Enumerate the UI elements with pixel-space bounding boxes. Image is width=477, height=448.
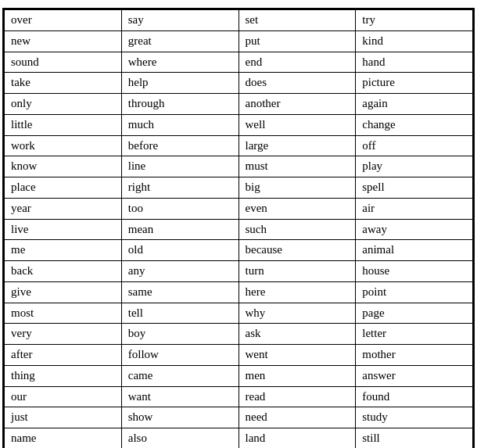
word-cell: our	[5, 386, 122, 407]
word-cell: very	[5, 324, 122, 345]
word-cell: just	[5, 407, 122, 428]
word-cell: again	[356, 94, 473, 115]
word-cell: new	[5, 30, 122, 52]
word-cell: me	[5, 240, 122, 261]
word-cell: follow	[121, 345, 238, 366]
word-cell: sound	[5, 52, 122, 73]
word-cell: show	[121, 407, 238, 428]
word-cell: too	[121, 198, 238, 219]
word-cell: where	[121, 52, 238, 73]
word-cell: change	[356, 114, 473, 135]
word-cell: old	[121, 240, 238, 261]
word-cell: take	[5, 73, 122, 94]
word-cell: must	[238, 156, 356, 177]
word-cell: still	[356, 428, 473, 449]
word-cell: back	[5, 261, 122, 282]
word-cell: spell	[356, 177, 473, 199]
word-cell: same	[121, 281, 238, 303]
word-cell: mother	[356, 345, 473, 366]
word-cell: after	[5, 345, 122, 366]
word-cell: found	[356, 386, 473, 407]
word-cell: name	[5, 428, 122, 449]
word-cell: large	[238, 135, 356, 156]
word-cell: play	[356, 156, 473, 177]
word-cell: any	[121, 261, 238, 282]
word-cell: say	[121, 10, 238, 31]
word-cell: hand	[356, 52, 473, 73]
word-cell: air	[356, 198, 473, 219]
word-cell: tell	[121, 303, 238, 324]
word-cell: end	[238, 52, 356, 73]
word-cell: men	[238, 365, 356, 386]
word-cell: animal	[356, 240, 473, 261]
word-cell: off	[356, 135, 473, 156]
word-cell: mean	[121, 219, 238, 240]
word-cell: thing	[5, 365, 122, 386]
word-cell: help	[121, 73, 238, 94]
word-cell: point	[356, 281, 473, 303]
word-cell: big	[238, 177, 356, 199]
word-cell: house	[356, 261, 473, 282]
word-cell: set	[238, 10, 356, 31]
word-cell: boy	[121, 324, 238, 345]
word-cell: only	[5, 94, 122, 115]
word-cell: try	[356, 10, 473, 31]
word-cell: over	[5, 10, 122, 31]
word-cell: went	[238, 345, 356, 366]
word-cell: also	[121, 428, 238, 449]
word-cell: study	[356, 407, 473, 428]
word-cell: came	[121, 365, 238, 386]
word-cell: well	[238, 114, 356, 135]
word-cell: much	[121, 114, 238, 135]
word-cell: another	[238, 94, 356, 115]
word-cell: does	[238, 73, 356, 94]
word-cell: little	[5, 114, 122, 135]
word-cell: live	[5, 219, 122, 240]
word-cell: ask	[238, 324, 356, 345]
word-cell: kind	[356, 30, 473, 52]
word-cell: right	[121, 177, 238, 199]
word-cell: know	[5, 156, 122, 177]
word-cell: even	[238, 198, 356, 219]
word-cell: give	[5, 281, 122, 303]
word-cell: here	[238, 281, 356, 303]
word-cell: great	[121, 30, 238, 52]
word-cell: before	[121, 135, 238, 156]
word-cell: need	[238, 407, 356, 428]
word-cell: place	[5, 177, 122, 199]
word-cell: why	[238, 303, 356, 324]
word-cell: land	[238, 428, 356, 449]
word-table: oversaysettrynewgreatputkindsoundwhereen…	[2, 8, 475, 448]
word-cell: away	[356, 219, 473, 240]
word-cell: want	[121, 386, 238, 407]
word-cell: because	[238, 240, 356, 261]
word-cell: work	[5, 135, 122, 156]
word-cell: such	[238, 219, 356, 240]
word-cell: through	[121, 94, 238, 115]
word-cell: picture	[356, 73, 473, 94]
word-cell: read	[238, 386, 356, 407]
word-cell: line	[121, 156, 238, 177]
word-cell: year	[5, 198, 122, 219]
word-cell: page	[356, 303, 473, 324]
word-cell: most	[5, 303, 122, 324]
word-cell: put	[238, 30, 356, 52]
word-cell: letter	[356, 324, 473, 345]
word-cell: turn	[238, 261, 356, 282]
word-cell: answer	[356, 365, 473, 386]
